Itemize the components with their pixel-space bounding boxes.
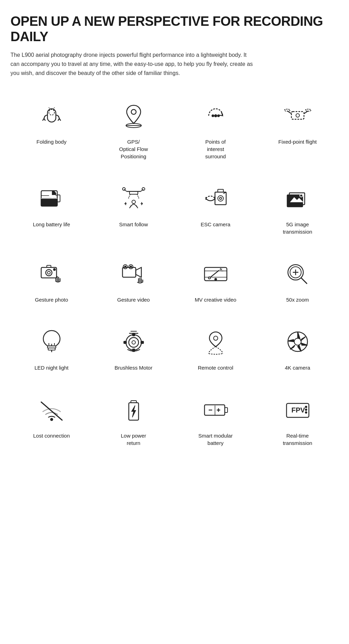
svg-line-29 [137,194,139,198]
smart-battery-label: Smart modularbattery [198,432,232,447]
feature-lost-connection: Lost connection [10,385,92,457]
5g-icon [280,181,315,216]
4k-label: 4K camera [285,364,310,371]
lost-connection-label: Lost connection [33,432,70,439]
feature-5g: 5G imagetransmission [257,174,339,246]
svg-point-100 [305,412,307,413]
low-power-label: Low powerreturn [121,432,146,447]
svg-point-14 [305,109,311,111]
gesture-video-label: Gesture video [117,296,150,303]
svg-text:FPV: FPV [291,406,305,414]
gesture-photo-label: Gesture photo [35,296,68,303]
svg-point-39 [220,197,222,199]
svg-point-9 [217,115,219,117]
zoom-icon [280,256,315,291]
svg-point-8 [212,115,214,117]
feature-poi: Points ofinterestsurround [174,91,257,171]
svg-point-46 [47,271,50,274]
lost-connection-icon [34,392,69,427]
svg-rect-79 [141,341,143,343]
feature-smart-follow: Smart follow [92,174,174,246]
fixed-point-label: Fixed-point flight [278,138,317,145]
feature-folding-body: Folding body [10,91,92,171]
svg-point-26 [142,188,145,190]
feature-gesture-video: Gesture video [92,249,174,314]
svg-point-99 [305,409,307,410]
svg-point-48 [53,268,55,271]
feature-zoom: 50x zoom [257,249,339,314]
svg-point-62 [215,279,216,280]
svg-point-86 [51,418,53,421]
svg-rect-33 [215,192,226,205]
page-description: The L900 aerial photography drone inject… [10,51,255,77]
feature-gesture-photo: Gesture photo [10,249,92,314]
svg-point-38 [218,196,223,201]
svg-rect-47 [47,265,51,267]
features-row-5: Lost connection Low powerreturn [10,385,339,457]
5g-label: 5G imagetransmission [283,221,312,235]
remote-label: Remote control [198,364,233,371]
low-power-icon [116,392,151,427]
4k-icon [280,324,315,359]
svg-point-76 [132,341,135,344]
esc-camera-label: ESC camera [201,221,230,228]
svg-point-1 [49,109,54,115]
svg-point-98 [305,406,307,408]
svg-point-85 [294,338,301,345]
svg-line-12 [304,111,308,114]
feature-led: LED night light [10,317,92,382]
realtime-icon: FPV [280,392,315,427]
smart-follow-icon [116,181,151,216]
led-icon [34,324,69,359]
svg-point-83 [214,336,218,340]
svg-rect-18 [41,198,57,206]
svg-line-32 [136,205,138,208]
battery-label: Long battery life [33,221,70,228]
feature-brushless: Brushless Motor [92,317,174,382]
folding-body-icon [34,98,69,133]
fixed-point-icon [280,98,315,133]
svg-point-51 [125,266,126,267]
smart-battery-icon [198,392,233,427]
svg-line-31 [129,205,131,208]
svg-point-75 [129,338,139,347]
realtime-label: Real-timetransmission [283,432,312,447]
svg-rect-90 [205,405,225,415]
brushless-icon [116,324,151,359]
remote-icon [198,324,233,359]
svg-point-74 [126,335,141,350]
poi-icon [198,98,233,133]
feature-realtime: FPV Real-timetransmission [257,385,339,457]
svg-line-28 [128,194,130,198]
brushless-label: Brushless Motor [114,364,152,371]
esc-camera-icon [198,181,233,216]
svg-point-25 [122,188,125,190]
gesture-video-icon [116,256,151,291]
page-title: OPEN UP A NEW PERSPECTIVE FOR RECORDING … [10,14,339,44]
feature-battery: Long battery life [10,174,92,246]
smart-follow-label: Smart follow [119,221,148,228]
feature-low-power: Low powerreturn [92,385,174,457]
feature-esc-camera: ESC camera [174,174,257,246]
battery-icon [34,181,69,216]
features-row-2: Long battery life [10,174,339,246]
mv-label: MV creative video [195,296,236,303]
svg-point-4 [131,109,136,114]
feature-smart-battery: Smart modularbattery [174,385,257,457]
gesture-photo-icon [34,256,69,291]
feature-4k: 4K camera [257,317,339,382]
svg-point-45 [46,270,52,276]
svg-point-53 [130,266,132,267]
led-label: LED night light [35,364,69,371]
svg-rect-0 [47,109,56,122]
svg-rect-10 [291,112,304,119]
svg-line-65 [301,278,307,283]
feature-remote: Remote control [174,317,257,382]
svg-point-13 [284,109,290,111]
features-row-1: Folding body GPS/Optical FlowPositioning [10,91,339,171]
svg-line-55 [210,270,219,277]
svg-rect-69 [48,348,55,350]
mv-icon [198,256,233,291]
feature-gps: GPS/Optical FlowPositioning [92,91,174,171]
features-row-3: Gesture photo Gesture video [10,249,339,314]
